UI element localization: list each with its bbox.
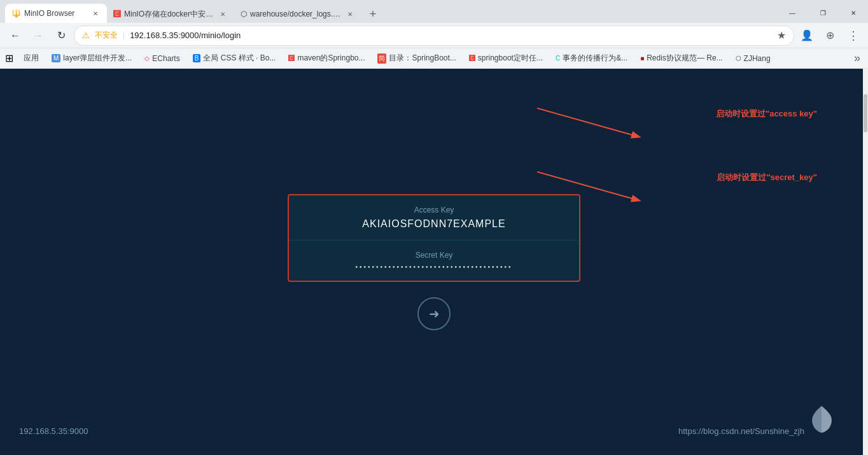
tab1-close[interactable]: ✕	[90, 8, 101, 18]
svg-line-1	[537, 172, 639, 200]
back-button[interactable]: ←	[5, 25, 25, 46]
apps-icon[interactable]: ⊞	[5, 52, 13, 64]
forward-button[interactable]: →	[28, 25, 48, 46]
bookmark-label: ZJHang	[744, 54, 771, 63]
access-key-annotation: 启动时设置过"access key"	[716, 108, 817, 120]
new-tab-button[interactable]: +	[364, 5, 382, 23]
bookmark-label: maven的Springbo...	[297, 53, 365, 64]
access-key-value[interactable]: AKIAIOSFODNN7EXAMPLE	[302, 218, 566, 230]
bookmark-label: Redis协议规范— Re...	[647, 53, 722, 64]
tabs-bar: 🔱 MinIO Browser ✕ 🅲 MinIO存储在docker中安装及基.…	[0, 0, 868, 23]
bookmark-favicon: ■	[640, 55, 644, 62]
bookmark-favicon: M	[52, 54, 60, 62]
bookmark-css[interactable]: B 全局 CSS 样式 · Bo...	[188, 52, 281, 65]
bookmark-zjhang[interactable]: ⬡ ZJHang	[731, 53, 776, 64]
bookmark-label: 事务的传播行为&...	[563, 53, 627, 64]
tab-warehouse[interactable]: ⬡ warehouse/docker_logs.jpg at... ✕	[234, 5, 361, 23]
login-button[interactable]: ➜	[417, 297, 451, 330]
security-warning-icon: ⚠	[82, 31, 90, 40]
address-text[interactable]: 192.168.5.35:9000/minio/login	[130, 31, 772, 40]
login-form: Access Key AKIAIOSFODNN7EXAMPLE Secret K…	[288, 194, 580, 282]
browser-chrome: 🔱 MinIO Browser ✕ 🅲 MinIO存储在docker中安装及基.…	[0, 0, 868, 69]
bookmark-redis[interactable]: ■ Redis协议规范— Re...	[635, 52, 727, 65]
bookmark-apps[interactable]: 应用	[18, 52, 44, 65]
bookmark-label: 应用	[24, 53, 39, 64]
tab3-label: warehouse/docker_logs.jpg at...	[250, 10, 342, 18]
tab3-favicon: ⬡	[241, 10, 247, 18]
security-warning-label: 不安全	[95, 30, 118, 41]
bookmark-favicon: C	[556, 55, 560, 62]
tab2-label: MinIO存储在docker中安装及基...	[124, 9, 214, 20]
address-separator: |	[123, 31, 125, 40]
bookmark-label: layer弹层组件开发...	[63, 53, 132, 64]
ip-address: 192.168.5.35:9000	[19, 426, 88, 436]
scrollbar-thumb[interactable]	[864, 94, 867, 132]
bookmark-favicon: ◇	[144, 55, 150, 62]
tab3-close[interactable]: ✕	[345, 9, 355, 19]
website-link: https://blog.csdn.net/Sunshine_zjh	[678, 426, 804, 436]
nav-bar: ← → ↻ ⚠ 不安全 | 192.168.5.35:9000/minio/lo…	[0, 23, 868, 48]
bookmark-favicon: 🅲	[288, 55, 295, 62]
bookmark-favicon: 简	[377, 53, 386, 64]
access-key-field: Access Key AKIAIOSFODNN7EXAMPLE	[289, 195, 579, 241]
access-key-note-text: 启动时设置过"access key"	[716, 109, 817, 118]
bookmark-star-icon[interactable]: ★	[777, 29, 786, 41]
tab2-close[interactable]: ✕	[218, 9, 228, 19]
secret-key-note-text: 启动时设置过"secret_key"	[717, 172, 817, 182]
bookmark-label: 目录：SpringBoot...	[389, 53, 456, 64]
bookmark-springboot-task[interactable]: 🅲 springboot定时任...	[464, 52, 548, 65]
svg-line-0	[537, 108, 639, 137]
access-key-label: Access Key	[302, 206, 566, 214]
extensions-button[interactable]: ⊕	[820, 25, 840, 46]
bookmark-maven[interactable]: 🅲 maven的Springbo...	[283, 52, 370, 65]
reload-button[interactable]: ↻	[51, 25, 71, 46]
secret-key-arrow	[537, 165, 652, 204]
bookmarks-bar: ⊞ 应用 M layer弹层组件开发... ◇ ECharts B 全局 CSS…	[0, 48, 868, 69]
login-arrow-icon: ➜	[429, 306, 440, 321]
bookmark-label: springboot定时任...	[478, 53, 543, 64]
bookmarks-more-button[interactable]: »	[851, 50, 863, 66]
tab1-favicon: 🔱	[11, 9, 21, 18]
tab1-label: MinIO Browser	[24, 9, 87, 18]
bookmark-layer[interactable]: M layer弹层组件开发...	[46, 52, 137, 65]
address-bar[interactable]: ⚠ 不安全 | 192.168.5.35:9000/minio/login ★	[74, 25, 794, 46]
menu-button[interactable]: ⋮	[843, 25, 863, 46]
minimize-button[interactable]: —	[778, 3, 807, 23]
access-key-arrow	[537, 102, 652, 140]
tab2-favicon: 🅲	[113, 10, 121, 18]
bookmark-transaction[interactable]: C 事务的传播行为&...	[550, 52, 633, 65]
profile-button[interactable]: 👤	[797, 25, 817, 46]
bookmark-label: 全局 CSS 样式 · Bo...	[203, 53, 276, 64]
vertical-scrollbar[interactable]	[863, 69, 868, 455]
window-controls: — ❐ ✕	[778, 3, 868, 23]
minio-logo	[811, 405, 833, 436]
tab-minio-docker[interactable]: 🅲 MinIO存储在docker中安装及基... ✕	[107, 5, 234, 23]
bookmark-favicon: B	[193, 54, 201, 62]
bookmark-favicon: 🅲	[469, 55, 475, 62]
secret-key-label: Secret Key	[302, 251, 566, 260]
bookmark-echarts[interactable]: ◇ ECharts	[139, 53, 185, 64]
secret-key-value[interactable]: ••••••••••••••••••••••••••••••••••••••	[302, 263, 566, 270]
secret-key-annotation: 启动时设置过"secret_key"	[717, 172, 817, 183]
bookmark-springboot-dir[interactable]: 简 目录：SpringBoot...	[372, 52, 461, 65]
maximize-button[interactable]: ❐	[808, 3, 837, 23]
bookmark-label: ECharts	[152, 54, 179, 63]
bookmark-favicon: ⬡	[736, 55, 741, 62]
page-content: Access Key AKIAIOSFODNN7EXAMPLE Secret K…	[0, 69, 868, 455]
secret-key-field: Secret Key •••••••••••••••••••••••••••••…	[289, 241, 579, 281]
tab-minio-browser[interactable]: 🔱 MinIO Browser ✕	[5, 4, 107, 23]
close-button[interactable]: ✕	[839, 3, 868, 23]
